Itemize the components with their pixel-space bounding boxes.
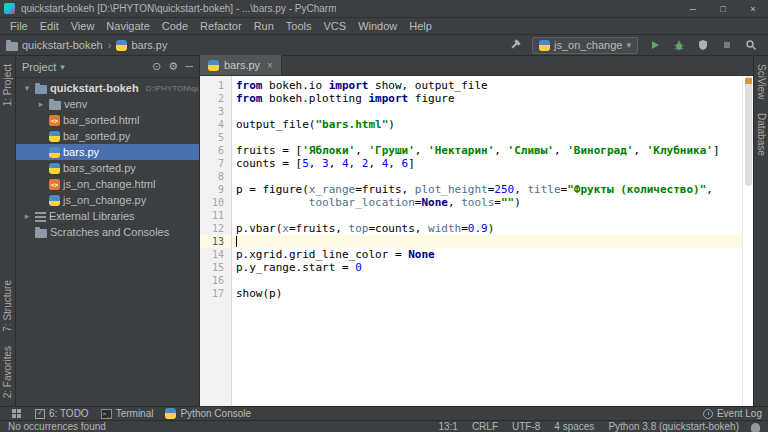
code-editor[interactable]: 1234567891011121314151617 from bokeh.io … — [200, 76, 753, 406]
tree-item-bars-py[interactable]: bars.py — [16, 144, 199, 160]
line-number-14[interactable]: 14 — [200, 248, 231, 261]
menu-run[interactable]: Run — [248, 19, 280, 33]
line-number-1[interactable]: 1 — [200, 79, 231, 92]
locate-file-icon[interactable]: ⊙ — [152, 60, 161, 73]
tool-window-button-database[interactable]: Database — [756, 113, 767, 156]
event-log-button[interactable]: Event Log — [703, 408, 762, 419]
editor-code[interactable]: from bokeh.io import show, output_filefr… — [232, 76, 742, 406]
tool-window-button-python-console[interactable]: Python Console — [159, 407, 257, 420]
line-number-16[interactable]: 16 — [200, 274, 231, 287]
debug-button[interactable] — [668, 36, 690, 55]
tool-window-button-terminal[interactable]: Terminal — [95, 407, 160, 420]
line-number-2[interactable]: 2 — [200, 92, 231, 105]
breadcrumb-bars-py[interactable]: bars.py — [116, 39, 167, 51]
highlighting-level-icon[interactable] — [751, 423, 760, 432]
chevron-down-icon: ▾ — [626, 40, 631, 50]
line-number-11[interactable]: 11 — [200, 209, 231, 222]
minimize-button[interactable]: ─ — [678, 0, 708, 17]
line-number-12[interactable]: 12 — [200, 222, 231, 235]
line-number-8[interactable]: 8 — [200, 170, 231, 183]
menu-code[interactable]: Code — [156, 19, 194, 33]
tree-item-js-on-change-py[interactable]: js_on_change.py — [16, 192, 199, 208]
tool-window-button-1-project[interactable]: 1: Project — [2, 64, 13, 106]
build-button[interactable] — [504, 36, 526, 55]
menu-help[interactable]: Help — [403, 19, 438, 33]
menu-view[interactable]: View — [65, 19, 101, 33]
tool-window-button-sciview[interactable]: SciView — [756, 64, 767, 99]
breadcrumb-quickstart-bokeh[interactable]: quickstart-bokeh — [6, 39, 103, 51]
gear-icon[interactable]: ⚙ — [168, 60, 178, 73]
tool-window-button-7-structure[interactable]: 7: Structure — [2, 280, 13, 332]
line-number-17[interactable]: 17 — [200, 287, 231, 300]
line-number-10[interactable]: 10 — [200, 196, 231, 209]
close-button[interactable]: × — [738, 0, 768, 17]
clock-icon — [703, 409, 713, 419]
python-icon — [49, 163, 60, 174]
menu-vcs[interactable]: VCS — [318, 19, 353, 33]
menu-file[interactable]: File — [4, 19, 34, 33]
status-item-13-1[interactable]: 13:1 — [438, 421, 457, 432]
python-file-icon — [539, 40, 550, 51]
status-item-utf-8[interactable]: UTF-8 — [512, 421, 540, 432]
tree-item-venv[interactable]: ▸venv — [16, 96, 199, 112]
hide-panel-icon[interactable]: ─ — [185, 60, 193, 73]
line-number-13[interactable]: 13 — [200, 235, 231, 248]
editor-tab-bars-py[interactable]: bars.py × — [200, 55, 282, 75]
tree-item-external-libraries[interactable]: ▸External Libraries — [16, 208, 199, 224]
tree-item-label: js_on_change.py — [63, 194, 146, 206]
status-item-python-3-8-quickstart-bokeh[interactable]: Python 3.8 (quickstart-bokeh) — [608, 421, 739, 432]
run-config-select[interactable]: js_on_change ▾ — [532, 37, 638, 54]
menu-tools[interactable]: Tools — [280, 19, 318, 33]
line-number-9[interactable]: 9 — [200, 183, 231, 196]
tree-item-label: Scratches and Consoles — [50, 226, 169, 238]
editor-scrollbar[interactable] — [742, 76, 753, 406]
menu-edit[interactable]: Edit — [34, 19, 65, 33]
tree-item-js-on-change-html[interactable]: js_on_change.html — [16, 176, 199, 192]
code-line-17: show(p) — [232, 287, 742, 300]
status-item-4-spaces[interactable]: 4 spaces — [554, 421, 594, 432]
scrollbar-thumb[interactable] — [745, 76, 752, 186]
tree-item-bar-sorted-py[interactable]: bar_sorted.py — [16, 128, 199, 144]
status-item-crlf[interactable]: CRLF — [472, 421, 498, 432]
editor-gutter[interactable]: 1234567891011121314151617 — [200, 76, 232, 406]
tree-item-bar-sorted-html[interactable]: bar_sorted.html — [16, 112, 199, 128]
tree-item-quickstart-bokeh[interactable]: ▾quickstart-bokehD:\PHYTON\quickstart-bo… — [16, 80, 199, 96]
code-line-4: output_file("bars.html") — [232, 118, 742, 131]
menu-refactor[interactable]: Refactor — [194, 19, 248, 33]
tool-window-switcher[interactable] — [6, 407, 27, 420]
code-line-5 — [232, 131, 742, 144]
menu-window[interactable]: Window — [352, 19, 403, 33]
left-stripe-top: 1: Project — [2, 64, 13, 106]
run-button[interactable] — [644, 36, 666, 55]
run-config-label: js_on_change — [554, 39, 623, 51]
project-panel-title[interactable]: Project — [22, 61, 56, 73]
search-icon — [745, 39, 757, 51]
editor-area: bars.py × 1234567891011121314151617 from… — [200, 56, 753, 406]
maximize-button[interactable]: □ — [708, 0, 738, 17]
code-line-2: from bokeh.plotting import figure — [232, 92, 742, 105]
tool-window-button-6-todo[interactable]: 6: TODO — [29, 407, 95, 420]
breadcrumb-separator-icon: › — [106, 39, 114, 51]
close-tab-icon[interactable]: × — [267, 60, 273, 71]
stop-button[interactable] — [716, 36, 738, 55]
tool-window-button-2-favorites[interactable]: 2: Favorites — [2, 346, 13, 398]
line-number-3[interactable]: 3 — [200, 105, 231, 118]
line-number-4[interactable]: 4 — [200, 118, 231, 131]
tree-item-bars-sorted-py[interactable]: bars_sorted.py — [16, 160, 199, 176]
coverage-button[interactable] — [692, 36, 714, 55]
line-number-15[interactable]: 15 — [200, 261, 231, 274]
menu-navigate[interactable]: Navigate — [100, 19, 155, 33]
expander-icon[interactable]: ▸ — [22, 211, 32, 221]
bottom-tool-window-bar: 6: TODOTerminalPython Console Event Log — [0, 406, 768, 420]
line-number-5[interactable]: 5 — [200, 131, 231, 144]
line-number-6[interactable]: 6 — [200, 144, 231, 157]
status-widgets: 13:1CRLFUTF-84 spacesPython 3.8 (quickst… — [438, 421, 739, 432]
line-number-7[interactable]: 7 — [200, 157, 231, 170]
tree-item-scratches-and-consoles[interactable]: Scratches and Consoles — [16, 224, 199, 240]
expander-icon[interactable]: ▸ — [36, 99, 46, 109]
search-everywhere-button[interactable] — [740, 36, 762, 55]
breadcrumb-label: bars.py — [131, 39, 167, 51]
window-controls: ─ □ × — [678, 0, 768, 17]
expander-icon[interactable]: ▾ — [22, 83, 32, 93]
folder-project-icon — [35, 85, 47, 94]
